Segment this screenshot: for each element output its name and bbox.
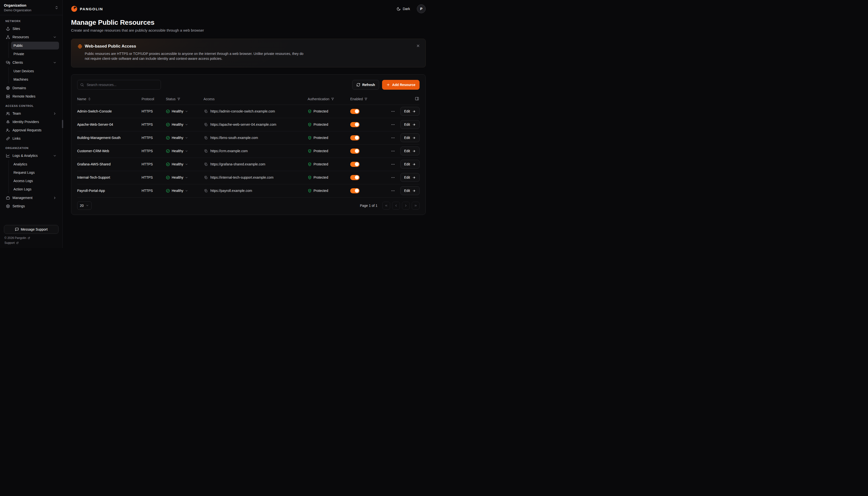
status-select[interactable]: Healthy [166,162,188,166]
edit-button[interactable]: Edit [400,186,420,195]
enabled-toggle[interactable] [350,162,359,167]
resource-url[interactable]: https://apache-web-server-04.example.com [210,123,276,126]
org-switcher[interactable]: Organization Demo Organization [0,0,62,15]
sidebar-item-management[interactable]: Management [3,193,59,202]
resource-url[interactable]: https://grafana-shared.example.com [210,162,265,166]
pagination: Page 1 of 1 [360,202,420,210]
sidebar-item-private[interactable]: Private [11,50,59,58]
page-size-select[interactable]: 20 [77,201,92,210]
ellipsis-icon [391,109,395,113]
filter-authentication-button[interactable]: Authentication [308,97,334,101]
sidebar-item-sites[interactable]: Sites [3,25,59,33]
first-page-button[interactable] [382,202,390,210]
sidebar-item-request-logs[interactable]: Request Logs [11,169,59,176]
column-visibility-button[interactable] [414,96,420,102]
refresh-button[interactable]: Refresh [352,80,379,90]
check-circle-icon [166,189,170,193]
sidebar-item-public[interactable]: Public [11,42,59,49]
resource-url[interactable]: https://internal-tech-support.example.co… [210,175,274,180]
status-select[interactable]: Healthy [166,189,188,193]
enabled-toggle[interactable] [350,122,359,127]
moon-icon [397,7,401,11]
sidebar-item-access-logs[interactable]: Access Logs [11,177,59,185]
edit-button[interactable]: Edit [400,160,420,169]
sidebar-resize-handle[interactable] [62,120,63,128]
copyright-link[interactable]: © 2026 Pangolin [4,236,58,240]
briefcase-icon [6,196,10,200]
main-area: PANGOLIN Dark P Manage Public Resources … [63,0,434,248]
banner-close-button[interactable] [415,43,421,49]
next-page-button[interactable] [402,202,410,210]
edit-button[interactable]: Edit [400,146,420,155]
sidebar-item-analytics[interactable]: Analytics [11,160,59,168]
enabled-toggle[interactable] [350,109,359,114]
search-input[interactable] [77,80,161,90]
status-select[interactable]: Healthy [166,175,188,180]
row-menu-button[interactable] [390,108,396,114]
enabled-toggle[interactable] [350,188,359,193]
copy-url-button[interactable] [204,162,208,167]
previous-page-button[interactable] [392,202,400,210]
page-subtitle: Create and manage resources that are pub… [71,28,426,32]
add-resource-button[interactable]: Add Resource [382,80,420,90]
logs-subnav: Analytics Request Logs Access Logs Actio… [9,160,59,193]
message-support-button[interactable]: Message Support [4,225,59,234]
sidebar-item-user-devices[interactable]: User Devices [11,67,59,75]
support-link[interactable]: Support [4,241,58,245]
edit-button[interactable]: Edit [400,173,420,182]
row-menu-button[interactable] [390,188,396,194]
filter-status-button[interactable]: Status [166,97,180,101]
row-menu-button[interactable] [390,174,396,181]
sidebar-item-identity-providers[interactable]: Identity Providers [3,118,59,126]
edit-button[interactable]: Edit [400,133,420,142]
chevron-down-icon [185,110,188,113]
resource-url[interactable]: https://admin-console-switch.example.com [210,109,275,113]
arrow-right-icon [412,176,416,180]
theme-toggle-button[interactable]: Dark [394,5,413,13]
sidebar-item-clients[interactable]: Clients [3,58,59,67]
enabled-toggle[interactable] [350,135,359,140]
resource-url[interactable]: https://crm.example.com [210,149,248,153]
sort-by-name-button[interactable]: Name [77,97,91,101]
copy-url-button[interactable] [204,175,208,180]
filter-enabled-button[interactable]: Enabled [350,97,368,101]
sidebar-item-domains[interactable]: Domains [3,84,59,92]
sidebar-item-settings[interactable]: Settings [3,202,59,210]
row-menu-button[interactable] [390,135,396,141]
status-select[interactable]: Healthy [166,109,188,113]
row-menu-button[interactable] [390,122,396,128]
chevron-right-icon [404,204,407,207]
section-label-organization: ORGANIZATION [5,146,57,150]
add-resource-label: Add Resource [392,83,415,87]
copy-url-button[interactable] [204,109,208,114]
chevrons-right-icon [414,204,417,207]
fingerprint-icon [6,120,10,124]
enabled-toggle[interactable] [350,149,359,154]
chevrons-up-down-icon [54,6,59,10]
edit-button[interactable]: Edit [400,120,420,129]
status-select[interactable]: Healthy [166,136,188,140]
status-select[interactable]: Healthy [166,149,188,153]
status-select[interactable]: Healthy [166,123,188,127]
resource-url[interactable]: https://bms-south.example.com [210,136,258,140]
sidebar-item-machines[interactable]: Machines [11,76,59,83]
sidebar-item-approval-requests[interactable]: Approval Requests [3,126,59,134]
sidebar-item-team[interactable]: Team [3,109,59,118]
copy-url-button[interactable] [204,188,208,193]
copy-url-button[interactable] [204,122,208,127]
edit-button[interactable]: Edit [400,107,420,116]
resource-url[interactable]: https://payroll.example.com [210,189,252,192]
sidebar-item-label: Resources [13,34,29,40]
sidebar-item-resources[interactable]: Resources [3,33,59,41]
sidebar-item-logs-analytics[interactable]: Logs & Analytics [3,152,59,160]
sidebar-item-remote-nodes[interactable]: Remote Nodes [3,92,59,100]
last-page-button[interactable] [412,202,420,210]
copy-url-button[interactable] [204,149,208,153]
sidebar-item-links[interactable]: Links [3,134,59,143]
user-avatar[interactable]: P [417,4,426,13]
sidebar-item-action-logs[interactable]: Action Logs [11,185,59,193]
row-menu-button[interactable] [390,161,396,167]
copy-url-button[interactable] [204,136,208,140]
row-menu-button[interactable] [390,148,396,154]
enabled-toggle[interactable] [350,175,359,180]
